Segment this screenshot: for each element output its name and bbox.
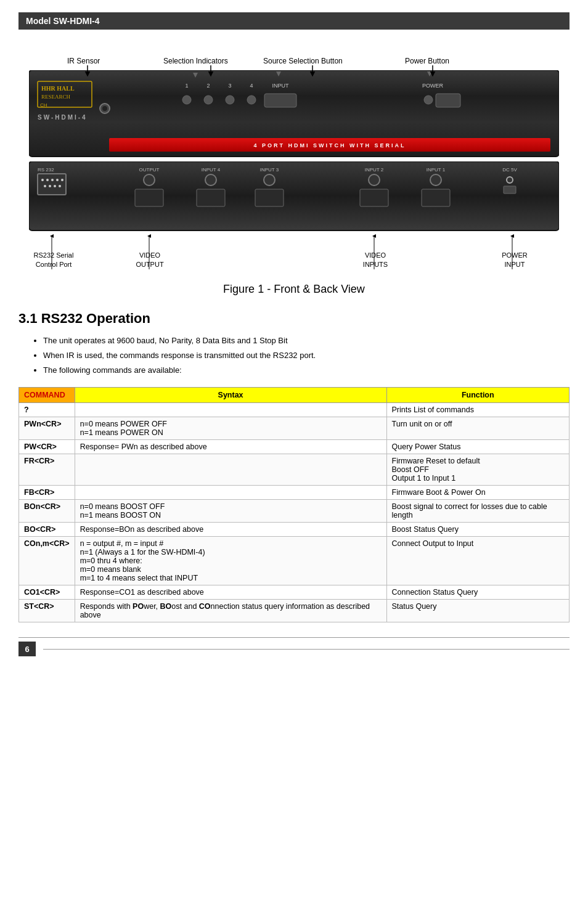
section-31: 3.1 RS232 Operation The unit operates at… bbox=[18, 311, 570, 622]
cell-command: ? bbox=[19, 403, 75, 417]
command-table: COMMAND Syntax Function ?Prints List of … bbox=[18, 387, 570, 622]
svg-text:RESEARCH: RESEARCH bbox=[41, 94, 71, 100]
cell-command: PW<CR> bbox=[19, 440, 75, 454]
cell-syntax: Response=BOn as described above bbox=[75, 523, 386, 537]
table-row: FR<CR>Firmware Reset to defaultBoost OFF… bbox=[19, 454, 570, 486]
svg-point-10 bbox=[102, 106, 107, 111]
svg-point-35 bbox=[51, 179, 54, 181]
annotation-arrows bbox=[29, 39, 559, 70]
svg-rect-50 bbox=[255, 189, 284, 206]
cell-function: Query Power Status bbox=[386, 440, 569, 454]
cell-function: Boost Status Query bbox=[386, 523, 569, 537]
table-row: FB<CR>Firmware Boot & Power On bbox=[19, 486, 570, 500]
bottom-annotations: RS232 Serial Control Port VIDEO OUTPUT V… bbox=[29, 232, 559, 275]
svg-text:SW-HDMI-4: SW-HDMI-4 bbox=[38, 114, 88, 121]
th-command: COMMAND bbox=[19, 388, 75, 403]
page-number: 6 bbox=[18, 642, 36, 656]
cell-function: Boost signal to correct for losses due t… bbox=[386, 500, 569, 523]
footer: 6 bbox=[18, 637, 570, 656]
svg-point-52 bbox=[369, 174, 380, 185]
svg-rect-23 bbox=[436, 94, 460, 107]
cell-function: Prints List of commands bbox=[386, 403, 569, 417]
rs232-line1: RS232 Serial bbox=[34, 251, 74, 259]
svg-point-18 bbox=[226, 96, 234, 104]
svg-point-39 bbox=[49, 185, 51, 187]
svg-point-17 bbox=[204, 96, 213, 104]
svg-text:HHR HALL: HHR HALL bbox=[41, 85, 75, 92]
table-row: COn,m<CR>n = output #, m = input #n=1 (A… bbox=[19, 537, 570, 585]
label-video-inputs: VIDEO INPUTS bbox=[352, 251, 399, 270]
svg-text:INPUT 2: INPUT 2 bbox=[365, 167, 384, 173]
device-diagram: IR Sensor Selection Indicators Source Se… bbox=[29, 39, 559, 275]
svg-point-33 bbox=[41, 179, 44, 181]
cell-command: ST<CR> bbox=[19, 600, 75, 622]
table-row: BOn<CR>n=0 means BOOST OFFn=1 means BOOS… bbox=[19, 500, 570, 523]
svg-point-16 bbox=[182, 96, 191, 104]
cell-command: COn,m<CR> bbox=[19, 537, 75, 585]
front-panel-svg: HHR HALL RESEARCH CH 1 2 3 4 INPUT bbox=[29, 70, 559, 160]
svg-rect-44 bbox=[135, 189, 163, 206]
section-title: 3.1 RS232 Operation bbox=[18, 311, 570, 327]
label-video-output: VIDEO OUTPUT bbox=[126, 251, 173, 270]
svg-point-38 bbox=[44, 185, 46, 187]
svg-point-34 bbox=[46, 179, 49, 181]
cell-command: FB<CR> bbox=[19, 486, 75, 500]
cell-syntax: Response= PWn as described above bbox=[75, 440, 386, 454]
svg-text:2: 2 bbox=[206, 83, 210, 89]
cell-syntax bbox=[75, 403, 386, 417]
power-input-line1: POWER bbox=[502, 251, 528, 259]
cell-syntax: n=0 means POWER OFFn=1 means POWER ON bbox=[75, 417, 386, 440]
video-output-line1: VIDEO bbox=[139, 251, 160, 259]
svg-point-46 bbox=[205, 174, 216, 185]
table-row: CO1<CR>Response=CO1 as described aboveCo… bbox=[19, 585, 570, 600]
svg-text:1: 1 bbox=[185, 83, 188, 89]
label-rs232: RS232 Serial Control Port bbox=[29, 251, 78, 270]
label-power-input: POWER INPUT bbox=[491, 251, 538, 270]
svg-rect-56 bbox=[422, 189, 450, 206]
model-bar: Model SW-HDMI-4 bbox=[18, 12, 570, 30]
svg-point-19 bbox=[247, 96, 256, 104]
cell-command: BOn<CR> bbox=[19, 500, 75, 523]
bullet-list: The unit operates at 9600 baud, No Parit… bbox=[18, 334, 570, 377]
video-inputs-line1: VIDEO bbox=[365, 251, 386, 259]
svg-rect-30 bbox=[29, 161, 559, 230]
svg-point-55 bbox=[430, 174, 441, 185]
svg-text:POWER: POWER bbox=[422, 83, 444, 89]
svg-text:INPUT 4: INPUT 4 bbox=[202, 167, 221, 173]
svg-point-43 bbox=[144, 174, 155, 185]
cell-command: PWn<CR> bbox=[19, 417, 75, 440]
svg-text:4 PORT HDMI SWITCH WITH SERIAL: 4 PORT HDMI SWITCH WITH SERIAL bbox=[254, 142, 406, 149]
svg-point-22 bbox=[424, 96, 433, 104]
svg-rect-20 bbox=[264, 94, 296, 107]
svg-point-37 bbox=[61, 179, 63, 181]
svg-rect-59 bbox=[504, 186, 516, 194]
svg-point-41 bbox=[59, 185, 61, 187]
svg-text:CH: CH bbox=[40, 102, 47, 108]
table-row: BO<CR>Response=BOn as described aboveBoo… bbox=[19, 523, 570, 537]
cell-function: Turn unit on or off bbox=[386, 417, 569, 440]
th-function: Function bbox=[386, 388, 569, 403]
svg-text:OUTPUT: OUTPUT bbox=[139, 167, 160, 173]
table-row: ?Prints List of commands bbox=[19, 403, 570, 417]
cell-command: FR<CR> bbox=[19, 454, 75, 486]
model-title: Model SW-HDMI-4 bbox=[26, 16, 100, 26]
svg-text:INPUT 1: INPUT 1 bbox=[427, 167, 446, 173]
svg-rect-32 bbox=[38, 174, 66, 195]
cell-function: Connection Status Query bbox=[386, 585, 569, 600]
th-syntax: Syntax bbox=[75, 388, 386, 403]
svg-text:3: 3 bbox=[228, 83, 231, 89]
svg-rect-53 bbox=[360, 189, 388, 206]
table-row: ST<CR>Responds with POwer, BOost and COn… bbox=[19, 600, 570, 622]
svg-text:INPUT 3: INPUT 3 bbox=[260, 167, 279, 173]
cell-function: Firmware Reset to defaultBoost OFFOutput… bbox=[386, 454, 569, 486]
cell-function: Firmware Boot & Power On bbox=[386, 486, 569, 500]
svg-text:INPUT: INPUT bbox=[272, 83, 290, 89]
cell-command: BO<CR> bbox=[19, 523, 75, 537]
svg-text:RS 232: RS 232 bbox=[38, 167, 54, 173]
table-row: PW<CR>Response= PWn as described aboveQu… bbox=[19, 440, 570, 454]
figure-section: IR Sensor Selection Indicators Source Se… bbox=[18, 39, 570, 296]
bottom-arrows-svg bbox=[29, 232, 559, 275]
bullet-2: When IR is used, the commands response i… bbox=[43, 349, 570, 362]
cell-syntax bbox=[75, 454, 386, 486]
cell-function: Status Query bbox=[386, 600, 569, 622]
